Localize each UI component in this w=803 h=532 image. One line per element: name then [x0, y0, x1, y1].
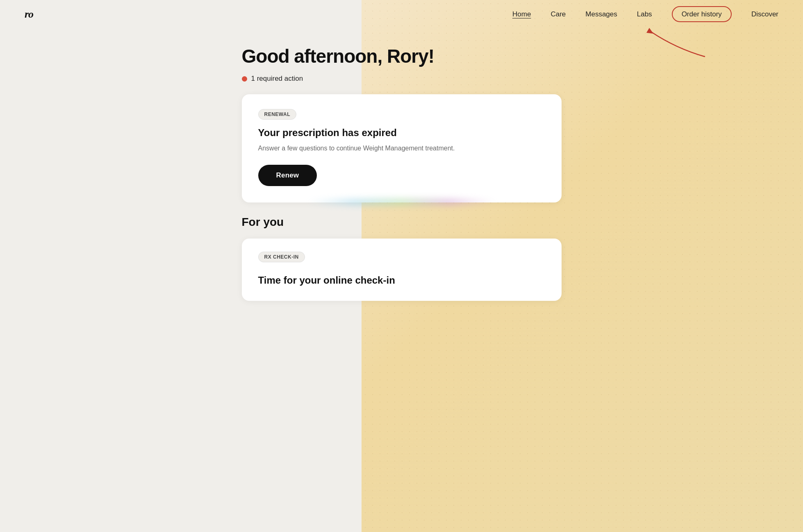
logo[interactable]: ro	[25, 8, 33, 20]
renew-button[interactable]: Renew	[258, 165, 317, 186]
nav-item-messages[interactable]: Messages	[585, 10, 617, 18]
nav-links: Home Care Messages Labs Order history Di…	[512, 10, 778, 18]
renewal-badge: RENEWAL	[258, 109, 297, 120]
nav-link-messages[interactable]: Messages	[585, 10, 617, 18]
svg-marker-0	[646, 28, 653, 34]
arrow-annotation	[619, 24, 709, 61]
renewal-card: RENEWAL Your prescription has expired An…	[242, 94, 562, 202]
nav-item-labs[interactable]: Labs	[637, 10, 652, 18]
required-action-dot	[242, 76, 247, 82]
rx-checkin-card: RX CHECK-IN Time for your online check-i…	[242, 239, 562, 301]
nav-link-discover[interactable]: Discover	[751, 10, 778, 18]
nav-link-care[interactable]: Care	[550, 10, 566, 18]
card-glow	[306, 198, 498, 206]
nav-item-home[interactable]: Home	[512, 10, 531, 18]
nav-link-order-history[interactable]: Order history	[672, 6, 732, 22]
renewal-card-description: Answer a few questions to continue Weigh…	[258, 143, 545, 153]
renewal-card-title: Your prescription has expired	[258, 127, 545, 139]
required-action-text: 1 required action	[251, 75, 303, 83]
rx-checkin-title: Time for your online check-in	[258, 275, 545, 286]
for-you-heading: For you	[242, 216, 562, 229]
navigation: ro Home Care Messages Labs Order history…	[0, 0, 803, 29]
rx-checkin-badge: RX CHECK-IN	[258, 252, 305, 262]
nav-item-order-history[interactable]: Order history	[672, 10, 732, 18]
nav-link-labs[interactable]: Labs	[637, 10, 652, 18]
greeting-heading: Good afternoon, Rory!	[242, 45, 562, 67]
nav-link-home[interactable]: Home	[512, 10, 531, 18]
nav-item-care[interactable]: Care	[550, 10, 566, 18]
nav-item-discover[interactable]: Discover	[751, 10, 778, 18]
required-action-row: 1 required action	[242, 75, 562, 83]
main-content: Good afternoon, Rory! 1 required action …	[234, 29, 570, 325]
